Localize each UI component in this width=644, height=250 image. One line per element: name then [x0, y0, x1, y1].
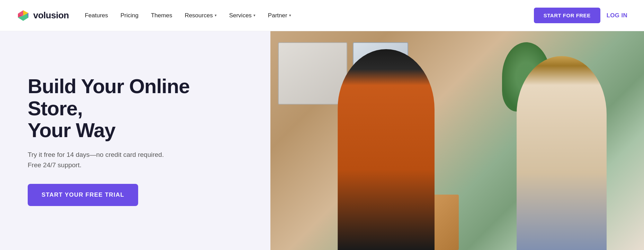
- logo-link[interactable]: volusion: [17, 9, 69, 22]
- hero-left-panel: Build Your Online Store, Your Way Try it…: [0, 31, 270, 250]
- resources-chevron-icon: ▾: [215, 13, 217, 18]
- main-nav: volusion Features Pricing Themes Resourc…: [0, 0, 644, 31]
- hero-subtext: Try it free for 14 days—no credit card r…: [28, 150, 243, 170]
- nav-pricing[interactable]: Pricing: [116, 9, 143, 22]
- partner-chevron-icon: ▾: [289, 13, 291, 18]
- nav-cta-area: START FOR FREE LOG IN: [534, 8, 627, 23]
- wall-art-1: [278, 42, 347, 105]
- volusion-logo-icon: [17, 9, 30, 22]
- nav-features[interactable]: Features: [80, 9, 113, 22]
- nav-links: Features Pricing Themes Resources ▾ Serv…: [80, 9, 534, 22]
- services-chevron-icon: ▾: [253, 13, 256, 18]
- nav-resources[interactable]: Resources ▾: [180, 9, 221, 22]
- nav-themes[interactable]: Themes: [146, 9, 177, 22]
- hero-image: [270, 31, 644, 250]
- person-2-silhouette: [517, 56, 607, 250]
- hero-right-panel: [270, 31, 644, 250]
- hero-heading: Build Your Online Store, Your Way: [28, 75, 243, 141]
- nav-services[interactable]: Services ▾: [224, 9, 260, 22]
- login-button[interactable]: LOG IN: [607, 12, 627, 19]
- nav-partner[interactable]: Partner ▾: [263, 9, 296, 22]
- start-for-free-button[interactable]: START FOR FREE: [534, 8, 600, 23]
- hero-section: Build Your Online Store, Your Way Try it…: [0, 31, 644, 250]
- brand-name: volusion: [33, 10, 69, 21]
- start-trial-button[interactable]: START YOUR FREE TRIAL: [28, 184, 138, 206]
- person-1-silhouette: [338, 49, 435, 250]
